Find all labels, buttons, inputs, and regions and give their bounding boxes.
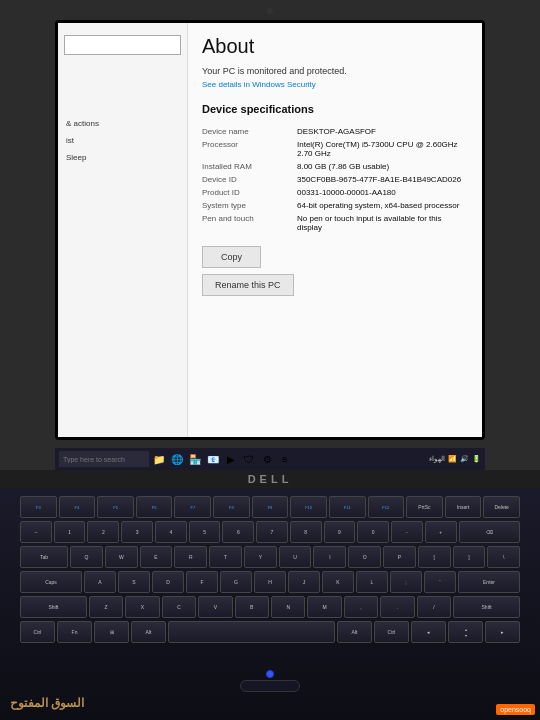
key-z[interactable]: Z xyxy=(89,596,123,618)
rename-button[interactable]: Rename this PC xyxy=(202,274,294,296)
key-0[interactable]: 0 xyxy=(357,521,389,543)
key-semicolon[interactable]: ; xyxy=(390,571,422,593)
key-f7[interactable]: F7 xyxy=(174,496,211,518)
key-bracket-close[interactable]: ] xyxy=(453,546,486,568)
key-plus[interactable]: + xyxy=(425,521,457,543)
key-space[interactable] xyxy=(168,621,335,643)
key-alt-left[interactable]: Alt xyxy=(131,621,166,643)
taskbar-icon-explorer[interactable]: 📁 xyxy=(151,451,167,467)
spec-label: Device ID xyxy=(202,173,297,186)
key-ctrl-left[interactable]: Ctrl xyxy=(20,621,55,643)
key-b[interactable]: B xyxy=(235,596,269,618)
key-y[interactable]: Y xyxy=(244,546,277,568)
key-u[interactable]: U xyxy=(279,546,312,568)
key-d[interactable]: D xyxy=(152,571,184,593)
trackpad[interactable] xyxy=(240,680,300,692)
key-comma[interactable]: , xyxy=(344,596,378,618)
key-f4[interactable]: F4 xyxy=(59,496,96,518)
key-f11[interactable]: F11 xyxy=(329,496,366,518)
key-fn-key[interactable]: Fn xyxy=(57,621,92,643)
key-f6[interactable]: F6 xyxy=(136,496,173,518)
taskbar-icon-security[interactable]: 🛡 xyxy=(241,451,257,467)
key-r[interactable]: R xyxy=(174,546,207,568)
search-input[interactable] xyxy=(64,35,181,55)
key-prtsc[interactable]: PrtSc xyxy=(406,496,443,518)
key-insert[interactable]: Insert xyxy=(445,496,482,518)
key-5[interactable]: 5 xyxy=(189,521,221,543)
button-row: Copy Rename this PC xyxy=(202,246,468,296)
key-tilde[interactable]: ~ xyxy=(20,521,52,543)
search-box[interactable] xyxy=(64,35,181,55)
key-f3[interactable]: F3 xyxy=(20,496,57,518)
key-q[interactable]: Q xyxy=(70,546,103,568)
key-backspace[interactable]: ⌫ xyxy=(459,521,520,543)
key-e[interactable]: E xyxy=(140,546,173,568)
key-v[interactable]: V xyxy=(198,596,232,618)
key-t[interactable]: T xyxy=(209,546,242,568)
key-8[interactable]: 8 xyxy=(290,521,322,543)
key-minus[interactable]: - xyxy=(391,521,423,543)
key-f10[interactable]: F10 xyxy=(290,496,327,518)
key-6[interactable]: 6 xyxy=(222,521,254,543)
taskbar-icon-extra[interactable]: ≡ xyxy=(277,451,293,467)
laptop-screen-container: & actions ist Sleep About Your PC is mon… xyxy=(0,0,540,480)
taskbar-search[interactable] xyxy=(59,451,149,467)
key-delete[interactable]: Delete xyxy=(483,496,520,518)
key-k[interactable]: K xyxy=(322,571,354,593)
key-9[interactable]: 9 xyxy=(324,521,356,543)
key-slash[interactable]: / xyxy=(417,596,451,618)
sidebar-item-sleep[interactable]: Sleep xyxy=(58,149,187,166)
copy-button[interactable]: Copy xyxy=(202,246,261,268)
key-arrow-up-down[interactable]: ▴▾ xyxy=(448,621,483,643)
key-f5[interactable]: F5 xyxy=(97,496,134,518)
key-g[interactable]: G xyxy=(220,571,252,593)
opensooq-logo: opensooq xyxy=(496,704,535,715)
key-quote[interactable]: ' xyxy=(424,571,456,593)
key-arrow-left[interactable]: ◂ xyxy=(411,621,446,643)
key-s[interactable]: S xyxy=(118,571,150,593)
key-i[interactable]: I xyxy=(313,546,346,568)
key-caps[interactable]: Caps xyxy=(20,571,82,593)
key-3[interactable]: 3 xyxy=(121,521,153,543)
key-win[interactable]: ⊞ xyxy=(94,621,129,643)
key-alt-right[interactable]: Alt xyxy=(337,621,372,643)
key-backslash[interactable]: \ xyxy=(487,546,520,568)
taskbar-icon-store[interactable]: 🏪 xyxy=(187,451,203,467)
table-row: System type 64-bit operating system, x64… xyxy=(202,199,468,212)
key-f12[interactable]: F12 xyxy=(368,496,405,518)
taskbar-icon-edge[interactable]: 🌐 xyxy=(169,451,185,467)
key-arrow-right[interactable]: ▸ xyxy=(485,621,520,643)
taskbar-icon-youtube[interactable]: ▶ xyxy=(223,451,239,467)
key-w[interactable]: W xyxy=(105,546,138,568)
key-4[interactable]: 4 xyxy=(155,521,187,543)
security-link[interactable]: See details in Windows Security xyxy=(202,80,468,89)
key-shift-left[interactable]: Shift xyxy=(20,596,87,618)
key-period[interactable]: . xyxy=(380,596,414,618)
key-tab[interactable]: Tab xyxy=(20,546,68,568)
key-2[interactable]: 2 xyxy=(87,521,119,543)
key-enter[interactable]: Enter xyxy=(458,571,520,593)
key-f[interactable]: F xyxy=(186,571,218,593)
taskbar-icon-settings[interactable]: ⚙ xyxy=(259,451,275,467)
key-p[interactable]: P xyxy=(383,546,416,568)
key-o[interactable]: O xyxy=(348,546,381,568)
key-ctrl-right[interactable]: Ctrl xyxy=(374,621,409,643)
taskbar-icon-mail[interactable]: 📧 xyxy=(205,451,221,467)
key-x[interactable]: X xyxy=(125,596,159,618)
key-7[interactable]: 7 xyxy=(256,521,288,543)
key-f8[interactable]: F8 xyxy=(213,496,250,518)
key-m[interactable]: M xyxy=(307,596,341,618)
key-a[interactable]: A xyxy=(84,571,116,593)
key-l[interactable]: L xyxy=(356,571,388,593)
key-shift-right[interactable]: Shift xyxy=(453,596,520,618)
sidebar-item-list[interactable]: ist xyxy=(58,132,187,149)
spec-value: 8.00 GB (7.86 GB usable) xyxy=(297,160,468,173)
key-c[interactable]: C xyxy=(162,596,196,618)
key-bracket-open[interactable]: [ xyxy=(418,546,451,568)
key-h[interactable]: H xyxy=(254,571,286,593)
key-j[interactable]: J xyxy=(288,571,320,593)
key-n[interactable]: N xyxy=(271,596,305,618)
sidebar-item-actions[interactable]: & actions xyxy=(58,115,187,132)
key-f9[interactable]: F9 xyxy=(252,496,289,518)
key-1[interactable]: 1 xyxy=(54,521,86,543)
